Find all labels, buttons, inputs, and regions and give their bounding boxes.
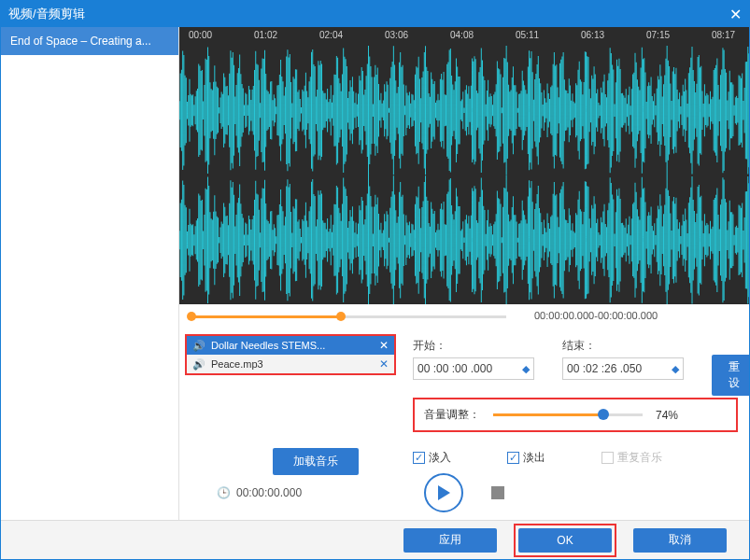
fadeout-checkbox[interactable]: ✓ 淡出	[507, 450, 545, 466]
checkbox-empty-icon	[601, 452, 614, 464]
svg-marker-0	[438, 485, 450, 500]
ruler-tick: 06:13	[581, 30, 604, 40]
speaker-icon: 🔊	[192, 358, 205, 371]
fadein-checkbox[interactable]: ✓ 淡入	[413, 450, 451, 466]
spinner-icon[interactable]: ◆	[522, 363, 530, 375]
load-music-button[interactable]: 加载音乐	[273, 448, 359, 475]
cancel-button[interactable]: 取消	[633, 528, 727, 553]
volume-slider[interactable]	[493, 413, 643, 416]
volume-value: 74%	[656, 409, 678, 422]
checkmark-icon: ✓	[507, 452, 519, 464]
playback-clock: 🕒 00:00:00.000	[217, 486, 302, 499]
remove-icon[interactable]: ✕	[379, 339, 389, 352]
start-label: 开始：	[413, 338, 534, 354]
repeat-checkbox: 重复音乐	[601, 450, 662, 466]
range-handle-start[interactable]	[187, 312, 196, 321]
start-time-input[interactable]: 00 :00 :00 .000 ◆	[413, 357, 534, 380]
end-time-input[interactable]: 00 :02 :26 .050 ◆	[562, 357, 684, 380]
fadein-label: 淡入	[429, 450, 451, 466]
checkmark-icon: ✓	[413, 452, 425, 464]
ruler-tick: 01:02	[254, 30, 277, 40]
volume-fill	[493, 413, 603, 416]
music-item-selected[interactable]: 🔊 Dollar Needles STEMS... ✕	[187, 336, 394, 355]
stop-button[interactable]	[491, 486, 504, 499]
main-panel: 00:00 01:02 02:04 03:06 04:08 05:11 06:1…	[179, 27, 749, 520]
sidebar-item[interactable]: End of Space – Creating a...	[1, 27, 178, 55]
repeat-label: 重复音乐	[617, 450, 662, 466]
range-handle-end[interactable]	[336, 312, 346, 321]
ok-button[interactable]: OK	[518, 528, 612, 553]
window-title: 视频/音频剪辑	[8, 6, 85, 22]
ruler-tick: 07:15	[646, 30, 670, 40]
spinner-icon[interactable]: ◆	[672, 363, 679, 375]
ruler-tick: 08:17	[712, 30, 735, 40]
ruler-tick: 00:00	[189, 30, 212, 40]
range-fill	[191, 315, 340, 318]
ruler-tick: 05:11	[516, 30, 539, 40]
remove-icon[interactable]: ✕	[379, 357, 389, 371]
end-time-value: 00 :02 :26 .050	[567, 362, 642, 375]
clock-icon: 🕒	[217, 486, 231, 499]
volume-row: 音量调整： 74%	[413, 398, 738, 432]
volume-handle[interactable]	[598, 409, 609, 420]
timeline-ruler[interactable]: 00:00 01:02 02:04 03:06 04:08 05:11 06:1…	[179, 27, 749, 46]
range-time-label: 00:00:00.000-00:00:00.000	[534, 310, 658, 321]
waveform-right-icon	[179, 175, 749, 305]
play-button[interactable]	[424, 473, 463, 512]
ruler-tick: 02:04	[319, 30, 343, 40]
titlebar: 视频/音频剪辑 ✕	[1, 1, 749, 27]
music-item-label: Dollar Needles STEMS...	[211, 340, 325, 351]
ruler-tick: 04:08	[450, 30, 474, 40]
clock-value: 00:00:00.000	[236, 486, 302, 499]
sidebar: End of Space – Creating a...	[1, 27, 179, 520]
waveform-left-icon	[179, 46, 749, 175]
range-selector[interactable]: 00:00:00.000-00:00:00.000	[179, 304, 749, 332]
music-item-label: Peace.mp3	[211, 358, 263, 370]
speaker-icon: 🔊	[192, 340, 205, 352]
sidebar-item-label: End of Space – Creating a...	[10, 35, 151, 48]
play-icon	[436, 484, 451, 501]
footer: 应用 OK 取消	[1, 520, 749, 559]
ruler-tick: 03:06	[385, 30, 408, 40]
waveform-display[interactable]	[179, 46, 749, 304]
fadeout-label: 淡出	[523, 450, 545, 466]
close-icon[interactable]: ✕	[729, 6, 742, 23]
volume-label: 音量调整：	[424, 407, 480, 423]
end-label: 结束：	[562, 338, 684, 354]
apply-button[interactable]: 应用	[403, 528, 497, 553]
reset-button[interactable]: 重设	[712, 355, 750, 396]
start-time-value: 00 :00 :00 .000	[417, 362, 492, 375]
music-list: 🔊 Dollar Needles STEMS... ✕ 🔊 Peace.mp3 …	[185, 334, 396, 375]
music-item[interactable]: 🔊 Peace.mp3 ✕	[187, 355, 394, 373]
